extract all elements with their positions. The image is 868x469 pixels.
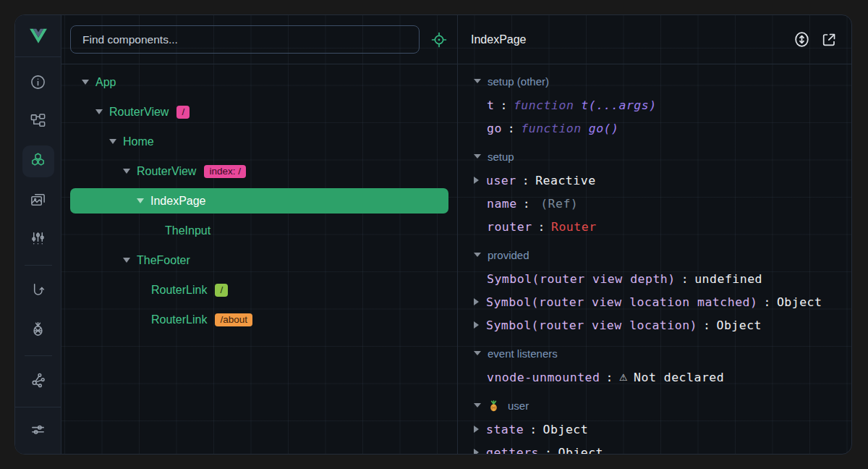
entry-spacer bbox=[474, 275, 480, 282]
sidebar-item-components[interactable] bbox=[22, 145, 54, 177]
section-header-user-store[interactable]: user bbox=[458, 393, 851, 418]
chevron-down-icon bbox=[474, 403, 481, 407]
graph-nodes-icon bbox=[30, 372, 46, 392]
open-in-editor-icon[interactable] bbox=[820, 30, 838, 49]
state-entry: go : function go() bbox=[458, 117, 851, 140]
chevron-down-icon bbox=[474, 253, 481, 257]
state-entry: vnode-unmounted : ⚠ Not declared bbox=[458, 366, 851, 389]
section-header-provided[interactable]: provided bbox=[458, 242, 851, 267]
chevron-down-icon[interactable] bbox=[137, 198, 144, 203]
target-select-icon[interactable] bbox=[430, 30, 448, 49]
search-input[interactable] bbox=[70, 25, 420, 54]
tree-row[interactable]: RouterView index: / bbox=[61, 156, 457, 186]
chevron-right-icon[interactable] bbox=[474, 321, 479, 329]
tree-row[interactable]: RouterLink /about bbox=[61, 305, 457, 334]
vue-logo bbox=[15, 15, 61, 57]
tree-row[interactable]: TheInput bbox=[61, 216, 457, 245]
state-entry[interactable]: Symbol(router view location) : Object bbox=[458, 313, 851, 337]
state-section: event listeners vnode-unmounted : ⚠ Not … bbox=[458, 341, 851, 389]
tree-row[interactable]: App bbox=[61, 67, 457, 97]
selected-component-title: IndexPage bbox=[471, 33, 783, 46]
state-entry[interactable]: user : Reactive bbox=[458, 169, 851, 192]
sidebar-item-timeline[interactable] bbox=[22, 224, 54, 255]
state-inspector-panel: IndexPage setup (other) t bbox=[458, 15, 851, 454]
state-entry[interactable]: getters : Object bbox=[458, 441, 851, 454]
chevron-right-icon[interactable] bbox=[474, 426, 479, 433]
pinia-pineapple-icon bbox=[30, 321, 46, 340]
state-entry: router : Router bbox=[458, 215, 851, 238]
section-header-setup[interactable]: setup bbox=[458, 144, 851, 169]
component-tree: App RouterView / Home RouterView index: … bbox=[61, 64, 457, 454]
route-badge: / bbox=[176, 106, 190, 119]
sidebar-item-overview[interactable] bbox=[22, 67, 54, 99]
route-badge: / bbox=[215, 284, 228, 297]
info-icon bbox=[30, 74, 46, 93]
settings-tune-icon bbox=[30, 421, 46, 441]
components-tree-panel: App RouterView / Home RouterView index: … bbox=[61, 15, 458, 454]
tree-row[interactable]: TheFooter bbox=[61, 245, 457, 275]
entry-spacer bbox=[474, 373, 480, 381]
chevron-right-icon[interactable] bbox=[474, 298, 479, 305]
section-header-setup-other[interactable]: setup (other) bbox=[458, 69, 851, 93]
sidebar-nav bbox=[15, 57, 61, 454]
sidebar-rail bbox=[15, 15, 61, 454]
chevron-right-icon[interactable] bbox=[474, 449, 479, 454]
state-section: setup (other) t : function t(...args) go… bbox=[458, 69, 851, 140]
state-section: user state : Object getters : Object bbox=[458, 393, 851, 454]
router-hook-icon bbox=[30, 282, 46, 301]
state-section: setup user : Reactive name : (Ref) bbox=[458, 144, 851, 238]
chevron-down-icon[interactable] bbox=[82, 80, 89, 85]
chevron-right-icon[interactable] bbox=[474, 177, 479, 184]
sidebar-item-graph[interactable] bbox=[22, 366, 54, 397]
state-entry[interactable]: state : Object bbox=[458, 418, 851, 441]
tree-row[interactable]: Home bbox=[61, 127, 457, 156]
sidebar-item-router[interactable] bbox=[22, 275, 54, 307]
components-hexagons-icon bbox=[30, 152, 46, 172]
entry-spacer bbox=[474, 223, 480, 230]
route-badge: /about bbox=[215, 313, 252, 326]
chevron-down-icon[interactable] bbox=[95, 109, 103, 114]
chevron-down-icon[interactable] bbox=[123, 169, 130, 174]
sidebar-item-settings[interactable] bbox=[22, 415, 54, 447]
route-badge: index: / bbox=[204, 165, 246, 178]
chevron-down-icon bbox=[474, 154, 481, 159]
sidebar-item-pinia[interactable] bbox=[22, 314, 54, 346]
entry-spacer bbox=[474, 101, 480, 109]
warning-icon: ⚠ bbox=[619, 372, 628, 383]
sidebar-divider bbox=[25, 355, 52, 356]
tree-panel-header bbox=[61, 15, 457, 64]
chevron-down-icon[interactable] bbox=[109, 139, 116, 144]
devtools-window: App RouterView / Home RouterView index: … bbox=[14, 14, 852, 455]
chevron-down-icon[interactable] bbox=[123, 258, 130, 263]
tree-row[interactable]: RouterLink / bbox=[61, 275, 457, 305]
sidebar-item-pages[interactable] bbox=[22, 106, 54, 138]
tree-row-selected[interactable]: IndexPage bbox=[61, 186, 457, 216]
sidebar-divider bbox=[15, 407, 61, 407]
chevron-down-icon bbox=[474, 351, 481, 355]
state-entry: Symbol(router view depth) : undefined bbox=[458, 267, 851, 290]
timeline-sliders-icon bbox=[30, 230, 46, 250]
chevron-down-icon bbox=[474, 79, 481, 83]
sidebar-divider bbox=[25, 265, 52, 266]
inspector-header: IndexPage bbox=[458, 15, 851, 64]
expand-collapse-icon[interactable] bbox=[792, 30, 811, 49]
state-entry: name : (Ref) bbox=[458, 192, 851, 215]
state-entry: t : function t(...args) bbox=[458, 93, 851, 117]
tree-row[interactable]: RouterView / bbox=[61, 97, 457, 127]
state-section: provided Symbol(router view depth) : und… bbox=[458, 242, 851, 337]
state-entry[interactable]: Symbol(router view location matched) : O… bbox=[458, 290, 851, 313]
section-header-event-listeners[interactable]: event listeners bbox=[458, 341, 851, 366]
pinia-pineapple-icon bbox=[488, 400, 500, 412]
entry-spacer bbox=[474, 200, 480, 207]
component-tree-icon bbox=[30, 113, 46, 132]
main-columns: App RouterView / Home RouterView index: … bbox=[61, 15, 851, 454]
sidebar-item-assets[interactable] bbox=[22, 185, 54, 216]
state-sections: setup (other) t : function t(...args) go… bbox=[458, 64, 851, 454]
assets-images-icon bbox=[30, 191, 46, 211]
entry-spacer bbox=[474, 124, 480, 132]
